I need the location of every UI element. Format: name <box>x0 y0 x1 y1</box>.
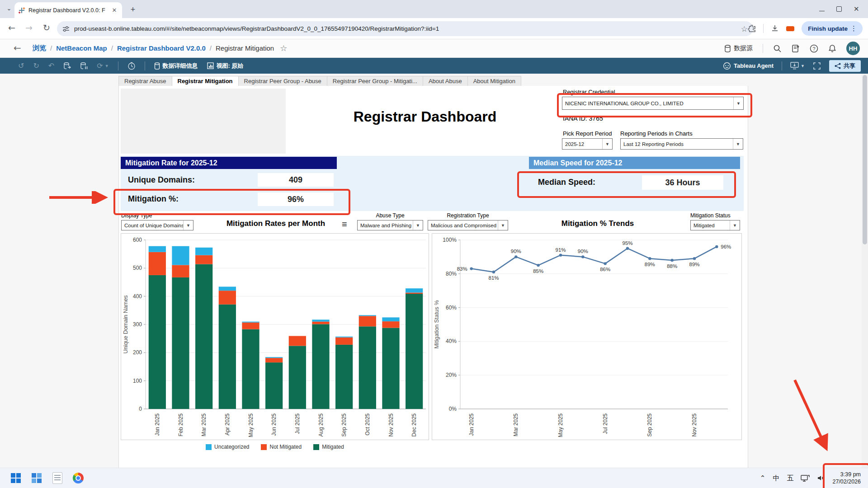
chevron-down-icon: ▼ <box>183 221 193 230</box>
svg-text:96%: 96% <box>721 244 731 249</box>
hamburger-icon[interactable]: ≡ <box>342 219 347 230</box>
breadcrumb-separator: / <box>210 44 212 52</box>
legend-label: Uncategorized <box>214 444 249 450</box>
ime-language-button[interactable]: 中 <box>773 474 779 483</box>
bar-chart[interactable]: 0100200300400500600Jan 2025Feb 2025Mar 2… <box>121 234 429 440</box>
notes-icon[interactable] <box>792 44 800 53</box>
legend-item[interactable]: Mitigated <box>313 444 344 450</box>
browser-menu-icon[interactable]: ⋮ <box>848 24 860 33</box>
sheet-tab[interactable]: Registrar Peer Group - Abuse <box>239 76 327 86</box>
revert-icon[interactable]: ↶ <box>48 61 54 70</box>
bookmark-star-icon[interactable]: ☆ <box>741 24 748 33</box>
network-icon[interactable] <box>801 474 810 482</box>
svg-text:81%: 81% <box>488 275 499 281</box>
svg-text:Sep 2025: Sep 2025 <box>341 413 347 437</box>
sheet-tab[interactable]: About Mitigation <box>468 76 521 86</box>
timer-icon[interactable] <box>127 62 136 70</box>
divider <box>763 44 763 53</box>
taskbar-app-chrome-icon[interactable] <box>72 472 84 484</box>
annotation-arrow-left <box>47 191 118 204</box>
datasource-button[interactable]: 数据源 <box>724 44 753 52</box>
breadcrumb: 浏览/NetBeacon Map/Registrar Dashboard V2.… <box>33 43 287 53</box>
breadcrumb-item[interactable]: 浏览 <box>33 44 46 52</box>
sheet-tab[interactable]: About Abuse <box>423 76 468 86</box>
breadcrumb-separator: / <box>50 44 52 52</box>
user-avatar[interactable]: HH <box>846 42 860 55</box>
svg-text:0: 0 <box>139 406 142 412</box>
divider <box>145 61 145 70</box>
reporting-periods-dropdown[interactable]: Last 12 Reporting Periods ▼ <box>620 138 743 150</box>
database-icon <box>154 62 160 70</box>
sheet-tabs: Registrar AbuseRegistrar MitigationRegis… <box>118 76 521 86</box>
site-settings-icon[interactable] <box>62 25 70 33</box>
svg-text:89%: 89% <box>645 262 655 267</box>
legend-item[interactable]: Not Mitigated <box>261 444 302 450</box>
ime-mode-button[interactable]: 五 <box>787 474 793 483</box>
svg-text:Mitigation Status %: Mitigation Status % <box>434 300 440 349</box>
pause-updates-icon[interactable] <box>80 62 88 70</box>
share-button[interactable]: 共享 <box>829 60 861 72</box>
svg-text:200: 200 <box>133 349 142 356</box>
legend-label: Not Mitigated <box>269 444 302 450</box>
forward-icon[interactable]: → <box>25 23 33 33</box>
minimize-icon[interactable] <box>819 7 825 11</box>
redo-icon[interactable]: ↻ <box>33 61 39 70</box>
svg-text:89%: 89% <box>689 262 699 267</box>
download-view-icon[interactable] <box>790 62 799 70</box>
browser-toolbar-right: Finish update ⋮ <box>748 18 868 39</box>
new-tab-button[interactable]: + <box>127 5 138 15</box>
favorite-star-icon[interactable]: ☆ <box>280 43 287 53</box>
svg-text:Apr 2025: Apr 2025 <box>224 413 231 436</box>
view-original-button[interactable]: 视图: 原始 <box>207 62 244 70</box>
window-close-icon[interactable]: ✕ <box>854 6 860 12</box>
tab-close-icon[interactable]: ✕ <box>110 7 118 14</box>
download-icon[interactable] <box>771 24 779 33</box>
undo-icon[interactable]: ↺ <box>18 61 24 70</box>
breadcrumb-item[interactable]: Registrar Dashboard V2.0.0 <box>117 44 206 52</box>
registration-type-dropdown[interactable]: Malicious and Compromised ▼ <box>428 220 508 230</box>
sheet-tab[interactable]: Registrar Abuse <box>118 76 172 86</box>
taskbar-app-grid-icon[interactable] <box>31 472 42 484</box>
notifications-bell-icon[interactable] <box>828 44 836 53</box>
svg-text:20%: 20% <box>446 372 457 378</box>
reload-icon[interactable]: ↻ <box>43 23 50 33</box>
data-details-button[interactable]: 数据详细信息 <box>154 62 198 70</box>
line-chart[interactable]: 0%20%40%60%80%100%83%81%90%85%91%90%86%9… <box>432 234 741 440</box>
scrollbar-thumb[interactable] <box>863 75 867 244</box>
svg-text:300: 300 <box>133 321 142 328</box>
legend-item[interactable]: Uncategorized <box>206 444 249 450</box>
breadcrumb-item[interactable]: NetBeacon Map <box>56 44 107 52</box>
run-update-caret-icon[interactable]: ▼ <box>105 64 109 68</box>
report-period-dropdown[interactable]: 2025-12 ▼ <box>562 138 613 150</box>
extensions-puzzle-icon[interactable] <box>748 24 756 33</box>
start-button[interactable] <box>10 472 22 484</box>
display-type-dropdown[interactable]: Count of Unique Domains ▼ <box>121 220 193 230</box>
clock-date: 27/02/2026 <box>832 479 861 485</box>
fullscreen-icon[interactable] <box>813 62 821 70</box>
credential-dropdown[interactable]: NICENIC INTERNATIONAL GROUP CO., LIMITED… <box>562 97 744 110</box>
run-update-icon[interactable]: ⟳ <box>97 61 103 70</box>
abuse-type-dropdown[interactable]: Malware and Phishing ▼ <box>357 220 423 230</box>
browser-tab[interactable]: Registrar Dashboard V2.0.0: F ✕ <box>14 2 122 18</box>
maximize-icon[interactable] <box>836 6 842 12</box>
tableau-agent-button[interactable]: Tableau Agent <box>723 62 774 70</box>
sheet-tab[interactable]: Registrar Mitigation <box>172 76 239 86</box>
back-icon[interactable]: ← <box>8 23 15 33</box>
iana-id: IANA ID: 3765 <box>563 115 603 122</box>
mitigation-status-dropdown[interactable]: Mitigated ▼ <box>690 220 740 230</box>
volume-icon[interactable] <box>817 474 825 482</box>
sheet-tab[interactable]: Registrar Peer Group - Mitigati... <box>327 76 423 86</box>
address-bar[interactable]: prod-useast-b.online.tableau.com/#/site/… <box>57 21 753 36</box>
refresh-data-icon[interactable] <box>63 62 71 70</box>
taskbar-app-notepad-icon[interactable] <box>52 472 63 484</box>
finish-update-button[interactable]: Finish update ⋮ <box>802 21 863 36</box>
search-icon[interactable] <box>773 44 782 53</box>
tableau-back-icon[interactable]: ← <box>14 42 21 53</box>
extension-badge-icon[interactable] <box>786 26 794 31</box>
help-icon[interactable]: ? <box>810 44 818 53</box>
tab-search-button[interactable]: ⌄ <box>4 4 14 14</box>
download-caret-icon[interactable]: ▼ <box>801 64 805 68</box>
median-speed-header: Median Speed for 2025-12 <box>529 157 740 169</box>
tray-expand-icon[interactable]: ⌃ <box>760 474 766 482</box>
taskbar-clock[interactable]: 3:39 pm 27/02/2026 <box>832 471 863 485</box>
